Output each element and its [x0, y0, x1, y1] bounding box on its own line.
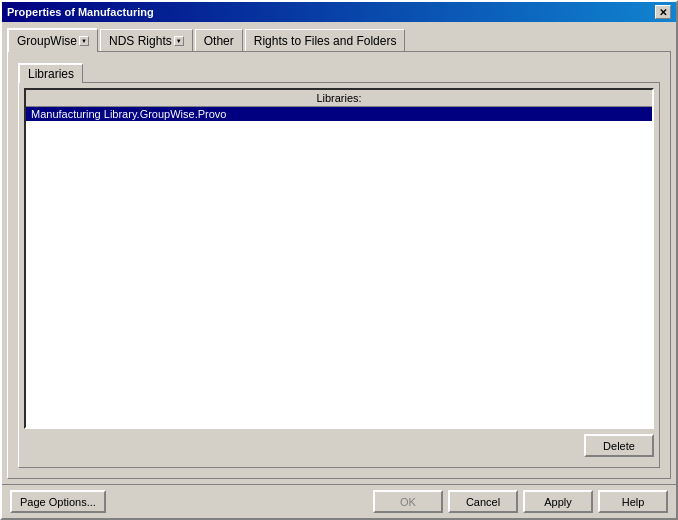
list-header: Libraries:	[26, 90, 652, 107]
ok-button[interactable]: OK	[373, 490, 443, 513]
page-options-button[interactable]: Page Options...	[10, 490, 106, 513]
cancel-button[interactable]: Cancel	[448, 490, 518, 513]
tab-groupwise[interactable]: GroupWise	[7, 28, 98, 52]
sub-tab-libraries[interactable]: Libraries	[18, 63, 83, 83]
close-button[interactable]: ✕	[655, 5, 671, 19]
tab-rights-files-folders-label: Rights to Files and Folders	[254, 34, 397, 48]
bottom-bar: Page Options... OK Cancel Apply Help	[2, 484, 676, 518]
tab-nds-rights-label: NDS Rights	[109, 34, 172, 48]
tab-panel: Libraries Libraries: Manufacturing Libra…	[7, 51, 671, 479]
main-tabs-row: GroupWise NDS Rights Other Rights to Fil…	[7, 27, 671, 51]
apply-button[interactable]: Apply	[523, 490, 593, 513]
bottom-right-buttons: OK Cancel Apply Help	[373, 490, 668, 513]
tab-groupwise-label: GroupWise	[17, 34, 77, 48]
window-title: Properties of Manufacturing	[7, 6, 154, 18]
delete-button[interactable]: Delete	[584, 434, 654, 457]
tab-nds-rights[interactable]: NDS Rights	[100, 29, 193, 51]
content-area: GroupWise NDS Rights Other Rights to Fil…	[2, 22, 676, 484]
sub-tab-libraries-label: Libraries	[28, 67, 74, 81]
groupwise-dropdown-arrow[interactable]	[79, 36, 89, 46]
help-button[interactable]: Help	[598, 490, 668, 513]
nds-rights-dropdown-arrow[interactable]	[174, 36, 184, 46]
delete-row: Delete	[24, 429, 654, 462]
tab-rights-files-folders[interactable]: Rights to Files and Folders	[245, 29, 406, 51]
tab-other-label: Other	[204, 34, 234, 48]
title-bar: Properties of Manufacturing ✕	[2, 2, 676, 22]
sub-tabs-row: Libraries	[18, 62, 660, 82]
list-item[interactable]: Manufacturing Library.GroupWise.Provo	[26, 107, 652, 121]
libraries-list-box: Libraries: Manufacturing Library.GroupWi…	[24, 88, 654, 429]
properties-window: Properties of Manufacturing ✕ GroupWise …	[0, 0, 678, 520]
list-container: Libraries: Manufacturing Library.GroupWi…	[18, 82, 660, 468]
list-items[interactable]: Manufacturing Library.GroupWise.Provo	[26, 107, 652, 427]
tab-other[interactable]: Other	[195, 29, 243, 51]
